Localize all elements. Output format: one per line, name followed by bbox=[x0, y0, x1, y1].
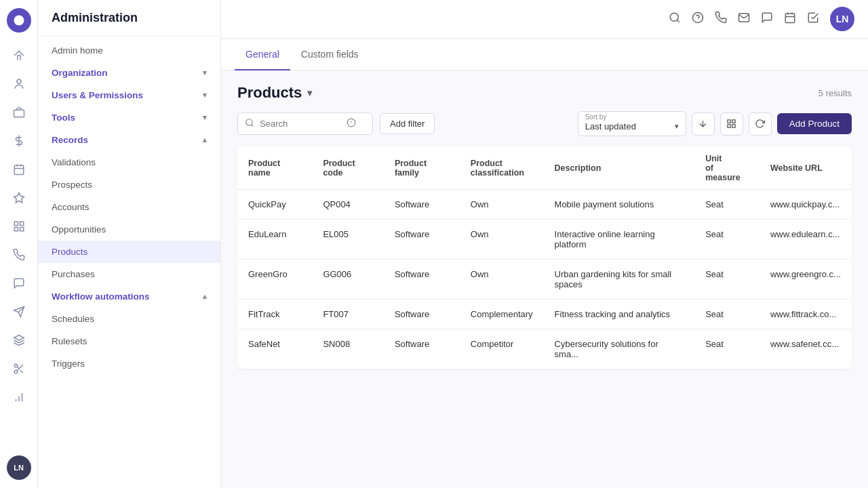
sidebar-accounts-label: Accounts bbox=[52, 202, 90, 212]
sidebar-item-prospects[interactable]: Prospects bbox=[38, 174, 220, 196]
nav-send-icon[interactable] bbox=[7, 300, 31, 324]
nav-people-icon[interactable] bbox=[7, 72, 31, 96]
table-row[interactable]: FitTrack FT007 Software Complementary Fi… bbox=[237, 300, 852, 329]
sidebar-item-purchases[interactable]: Purchases bbox=[38, 263, 220, 285]
sidebar: Administration Admin home Organization ▾… bbox=[38, 0, 221, 488]
cell-product-code: QP004 bbox=[312, 190, 384, 220]
view-toggle-button[interactable] bbox=[720, 113, 743, 136]
products-title-text: Products bbox=[237, 84, 302, 102]
tab-custom-fields[interactable]: Custom fields bbox=[290, 39, 370, 70]
svg-point-24 bbox=[670, 13, 678, 21]
sort-direction-button[interactable] bbox=[692, 113, 715, 136]
cell-product-family: Software bbox=[384, 260, 460, 300]
products-table: Product name Product code Product family… bbox=[237, 147, 852, 369]
sidebar-item-triggers[interactable]: Triggers bbox=[38, 352, 220, 375]
sidebar-item-accounts[interactable]: Accounts bbox=[38, 196, 220, 218]
table-row[interactable]: SafeNet SN008 Software Competitor Cybers… bbox=[237, 329, 852, 369]
nav-calendar-icon[interactable] bbox=[7, 157, 31, 182]
nav-scissors-icon[interactable] bbox=[7, 357, 31, 381]
cell-url: www.edulearn.c... bbox=[760, 220, 852, 260]
sidebar-section-admin: Admin home Organization ▾ Users & Permis… bbox=[38, 37, 220, 378]
cell-product-classification: Own bbox=[460, 260, 544, 300]
topbar-help-icon[interactable] bbox=[692, 12, 704, 27]
products-title: Products ▾ bbox=[237, 84, 312, 102]
nav-dollar-icon[interactable] bbox=[7, 129, 31, 153]
products-dropdown-arrow[interactable]: ▾ bbox=[307, 87, 312, 98]
chevron-down-icon: ▾ bbox=[203, 91, 207, 100]
info-icon[interactable] bbox=[347, 118, 356, 129]
col-url: Website URL bbox=[760, 147, 852, 190]
refresh-button[interactable] bbox=[749, 113, 772, 136]
svg-point-1 bbox=[17, 79, 21, 83]
add-product-button[interactable]: Add Product bbox=[777, 113, 852, 134]
search-box[interactable] bbox=[237, 113, 373, 135]
nav-briefcase-icon[interactable] bbox=[7, 100, 31, 125]
sidebar-users-permissions-label: Users & Permissions bbox=[52, 90, 143, 100]
topbar-phone-icon[interactable] bbox=[715, 12, 727, 27]
cell-product-classification: Own bbox=[460, 220, 544, 260]
svg-rect-4 bbox=[14, 165, 24, 175]
table-body: QuickPay QP004 Software Own Mobile payme… bbox=[237, 190, 852, 369]
nav-grid-icon[interactable] bbox=[7, 214, 31, 239]
nav-star-icon[interactable] bbox=[7, 186, 31, 210]
search-input[interactable] bbox=[260, 119, 341, 129]
svg-rect-12 bbox=[20, 228, 23, 231]
nav-chat-icon[interactable] bbox=[7, 271, 31, 296]
sidebar-rulesets-label: Rulesets bbox=[52, 336, 87, 346]
sidebar-workflow-label: Workflow automations bbox=[52, 291, 150, 302]
cell-url: www.quickpay.c... bbox=[760, 190, 852, 220]
cell-unit: Seat bbox=[694, 220, 760, 260]
user-initials: LN bbox=[14, 464, 24, 472]
cell-product-code: EL005 bbox=[312, 220, 384, 260]
topbar-chat-icon[interactable] bbox=[761, 12, 773, 27]
cell-unit: Seat bbox=[694, 329, 760, 369]
topbar-calendar-icon[interactable] bbox=[784, 12, 796, 27]
col-product-name: Product name bbox=[237, 147, 312, 190]
tab-general[interactable]: General bbox=[235, 39, 290, 70]
nav-layers-icon[interactable] bbox=[7, 328, 31, 352]
add-filter-button[interactable]: Add filter bbox=[380, 113, 435, 134]
chevron-down-icon: ▾ bbox=[203, 68, 207, 77]
sidebar-item-users-permissions[interactable]: Users & Permissions ▾ bbox=[38, 84, 220, 106]
cell-unit: Seat bbox=[694, 190, 760, 220]
sidebar-item-workflow-automations[interactable]: Workflow automations ▴ bbox=[38, 285, 220, 308]
results-count: 5 results bbox=[818, 88, 852, 98]
sidebar-triggers-label: Triggers bbox=[52, 359, 85, 369]
nav-phone-icon[interactable] bbox=[7, 243, 31, 267]
sidebar-item-validations[interactable]: Validations bbox=[38, 151, 220, 174]
svg-marker-8 bbox=[14, 193, 24, 203]
nav-home-icon[interactable] bbox=[7, 43, 31, 68]
svg-rect-39 bbox=[732, 120, 735, 123]
sidebar-item-products[interactable]: Products bbox=[38, 241, 220, 263]
sidebar-opportunities-label: Opportunities bbox=[52, 224, 106, 235]
sidebar-prospects-label: Prospects bbox=[52, 180, 92, 190]
sidebar-item-admin-home[interactable]: Admin home bbox=[38, 39, 220, 62]
topbar-search-icon[interactable] bbox=[669, 12, 681, 27]
table-row[interactable]: EduLearn EL005 Software Own Interactive … bbox=[237, 220, 852, 260]
svg-marker-15 bbox=[14, 336, 24, 341]
sidebar-header: Administration bbox=[38, 0, 220, 37]
sidebar-item-tools[interactable]: Tools ▾ bbox=[38, 106, 220, 129]
cell-description: Interactive online learning platform bbox=[544, 220, 695, 260]
user-avatar-icon[interactable]: LN bbox=[7, 455, 31, 480]
app-logo[interactable] bbox=[7, 8, 31, 33]
products-header: Products ▾ 5 results bbox=[237, 84, 852, 102]
topbar-tasks-icon[interactable] bbox=[807, 12, 819, 27]
table-row[interactable]: GreenGro GG006 Software Own Urban garden… bbox=[237, 260, 852, 300]
sidebar-item-records[interactable]: Records ▴ bbox=[38, 129, 220, 151]
cell-url: www.safenet.cc... bbox=[760, 329, 852, 369]
sidebar-item-opportunities[interactable]: Opportunities bbox=[38, 218, 220, 241]
topbar-user-avatar[interactable]: LN bbox=[830, 7, 854, 31]
svg-rect-2 bbox=[14, 110, 24, 117]
sidebar-item-rulesets[interactable]: Rulesets bbox=[38, 330, 220, 352]
cell-product-name: EduLearn bbox=[237, 220, 312, 260]
sidebar-item-organization[interactable]: Organization ▾ bbox=[38, 62, 220, 84]
cell-description: Urban gardening kits for small spaces bbox=[544, 260, 695, 300]
cell-description: Fitness tracking and analytics bbox=[544, 300, 695, 329]
sidebar-item-schedules[interactable]: Schedules bbox=[38, 308, 220, 330]
table-row[interactable]: QuickPay QP004 Software Own Mobile payme… bbox=[237, 190, 852, 220]
topbar-mail-icon[interactable] bbox=[738, 12, 750, 27]
sort-select[interactable]: Sort by Last updated ▾ bbox=[578, 111, 686, 136]
nav-bar-chart-icon[interactable] bbox=[7, 385, 31, 409]
svg-rect-40 bbox=[732, 125, 735, 127]
